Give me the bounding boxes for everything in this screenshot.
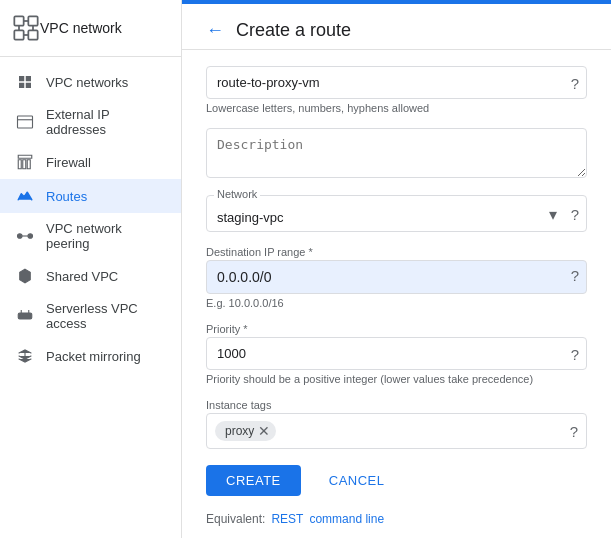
sidebar-item-firewall[interactable]: Firewall [0,145,181,179]
description-input[interactable] [206,128,587,178]
destination-label: Destination IP range * [206,246,587,258]
sidebar-title: VPC network [40,20,122,36]
form-area: ? Lowercase letters, numbers, hyphens al… [182,50,611,453]
description-field-group [206,128,587,181]
sidebar-item-label-serverless-access: Serverless VPC access [46,301,165,331]
serverless-access-icon [16,307,34,325]
network-label: Network [214,188,260,200]
sidebar-item-routes[interactable]: Routes [0,179,181,213]
name-hint: Lowercase letters, numbers, hyphens allo… [206,102,587,114]
name-input[interactable] [206,66,587,99]
sidebar-item-shared-vpc[interactable]: Shared VPC [0,259,181,293]
equivalent-label: Equivalent: [206,512,265,526]
form-actions: CREATE CANCEL [182,453,611,508]
priority-label: Priority * [206,323,587,335]
sidebar-nav: VPC networks External IP addresses Firew… [0,57,181,373]
svg-rect-0 [14,16,23,25]
sidebar-item-vpc-peering[interactable]: VPC network peering [0,213,181,259]
routes-icon [16,187,34,205]
vpc-networks-icon [16,73,34,91]
sidebar-item-label-external-ip: External IP addresses [46,107,165,137]
network-select-wrapper: Network staging-vpc ▾ ? [206,195,587,232]
shared-vpc-icon [16,267,34,285]
sidebar-item-label-firewall: Firewall [46,155,91,170]
sidebar-item-serverless-access[interactable]: Serverless VPC access [0,293,181,339]
cancel-button[interactable]: CANCEL [313,465,401,496]
tag-input-wrapper[interactable]: proxy ✕ ? [206,413,587,449]
priority-hint: Priority should be a positive integer (l… [206,373,587,385]
vpc-network-icon [12,14,40,42]
sidebar-item-label-routes: Routes [46,189,87,204]
destination-help-icon[interactable]: ? [571,266,579,283]
destination-input-wrapper: Destination IP range * ? [206,246,587,294]
priority-field-group: Priority * ? Priority should be a positi… [206,323,587,385]
sidebar-item-packet-mirroring[interactable]: Packet mirroring [0,339,181,373]
svg-rect-13 [18,313,32,319]
sidebar-item-label-shared-vpc: Shared VPC [46,269,118,284]
page-title: Create a route [236,20,351,41]
priority-help-icon[interactable]: ? [571,345,579,362]
remove-proxy-tag[interactable]: ✕ [258,423,270,439]
sidebar-header: VPC network [0,0,181,57]
instance-tags-help-icon[interactable]: ? [570,423,578,440]
sidebar-item-external-ip[interactable]: External IP addresses [0,99,181,145]
destination-hint: E.g. 10.0.0.0/16 [206,297,587,309]
vpc-peering-icon [16,227,34,245]
instance-tags-field-group: Instance tags proxy ✕ ? [206,399,587,449]
rest-link[interactable]: REST [271,512,303,526]
name-input-wrapper: ? [206,66,587,99]
svg-rect-2 [14,30,23,39]
external-ip-icon [16,113,34,131]
sidebar: VPC network VPC networks External IP add… [0,0,182,538]
equivalent-row: Equivalent: REST command line [182,508,611,538]
priority-input[interactable] [206,337,587,370]
network-help-icon[interactable]: ? [571,205,579,222]
tag-label: proxy [225,424,254,438]
instance-tags-label: Instance tags [206,399,587,411]
destination-input[interactable] [206,260,587,294]
packet-mirroring-icon [16,347,34,365]
svg-rect-8 [18,116,33,128]
command-line-link[interactable]: command line [309,512,384,526]
main-content: ← Create a route ? Lowercase letters, nu… [182,0,611,538]
svg-rect-1 [28,16,37,25]
svg-point-11 [28,234,33,239]
svg-point-10 [18,234,23,239]
sidebar-item-label-vpc-networks: VPC networks [46,75,128,90]
back-button[interactable]: ← [206,20,224,41]
name-field-group: ? Lowercase letters, numbers, hyphens al… [206,66,587,114]
sidebar-item-label-packet-mirroring: Packet mirroring [46,349,141,364]
sidebar-item-vpc-networks[interactable]: VPC networks [0,65,181,99]
priority-input-wrapper: ? [206,337,587,370]
create-button[interactable]: CREATE [206,465,301,496]
network-field-group: Network staging-vpc ▾ ? [206,195,587,232]
name-help-icon[interactable]: ? [571,74,579,91]
proxy-tag: proxy ✕ [215,421,276,441]
content-header: ← Create a route [182,4,611,50]
destination-field-group: Destination IP range * ? E.g. 10.0.0.0/1… [206,246,587,309]
svg-rect-3 [28,30,37,39]
firewall-icon [16,153,34,171]
sidebar-item-label-vpc-peering: VPC network peering [46,221,165,251]
network-select[interactable]: staging-vpc [206,195,587,232]
